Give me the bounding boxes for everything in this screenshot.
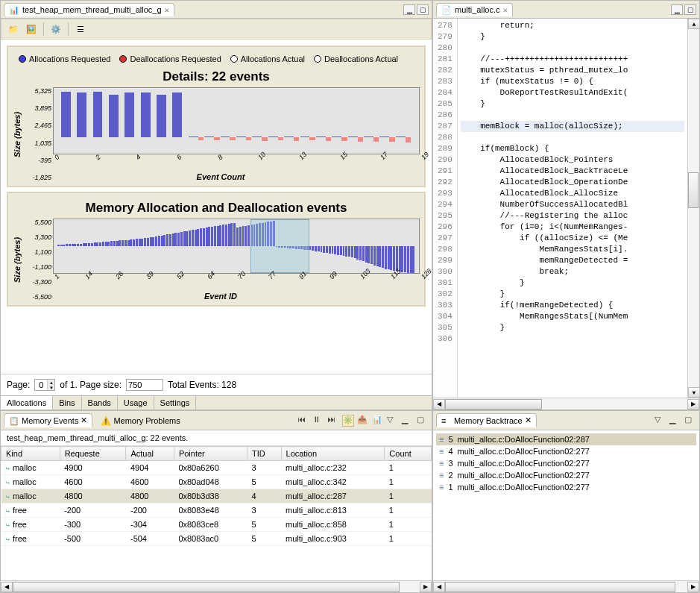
tool-icon[interactable]: ⏭ — [327, 415, 339, 427]
column-header[interactable]: Pointer — [174, 447, 247, 461]
backtrace-item[interactable]: ≡2multi_alloc.c:DoAllocFunction02:277 — [436, 469, 696, 481]
code-editor-panel: 📄 multi_alloc.c ✕ ▁ ▢ 278279280281282283… — [432, 0, 700, 410]
page-up-icon[interactable]: ▲ — [47, 380, 54, 385]
memory-backtrace-panel: ≡ Memory Backtrace ✕ ▽ ▁ ▢ ≡5multi_alloc… — [432, 410, 700, 593]
scroll-right-icon[interactable]: ▶ — [687, 399, 699, 410]
code-area[interactable]: 2782792802812822832842852862872882892902… — [433, 19, 699, 398]
backtrace-item[interactable]: ≡3multi_alloc.c:DoAllocFunction02:277 — [436, 457, 696, 469]
scroll-left-icon[interactable]: ◀ — [1, 582, 13, 592]
tool-icon-4[interactable]: ☰ — [75, 23, 86, 35]
horizontal-scrollbar[interactable]: ◀ ▶ — [1, 580, 432, 592]
details-y-label: Size (bytes) — [13, 87, 22, 181]
column-header[interactable]: Actual — [126, 447, 174, 461]
analysis-tab-bins[interactable]: Bins — [53, 396, 81, 410]
tool-icon-1[interactable]: 📁 — [7, 23, 19, 35]
code-tab-bar: 📄 multi_alloc.c ✕ ▁ ▢ — [433, 1, 699, 19]
vertical-scrollbar[interactable]: ▲ ▼ — [687, 19, 699, 398]
code-lines[interactable]: return; } //---+++++++++++++++++++++++++… — [458, 19, 687, 398]
page-down-icon[interactable]: ▼ — [47, 385, 54, 390]
tool-icon-3[interactable]: ⚙️ — [50, 23, 62, 35]
analysis-tab-settings[interactable]: Settings — [154, 396, 197, 410]
details-x-label: Event Count — [22, 172, 420, 181]
table-row[interactable]: ↪malloc480048000x80b3d384multi_alloc.c:2… — [1, 489, 432, 503]
memory-events-tab[interactable]: 📋 Memory Events ✕ — [4, 413, 92, 427]
scroll-thumb[interactable] — [445, 582, 675, 592]
table-row[interactable]: ↪malloc460046000x80ad0485multi_alloc.c:3… — [1, 475, 432, 489]
minimize-icon[interactable]: ▁ — [671, 4, 683, 15]
tool-icon[interactable]: 📤 — [357, 415, 369, 427]
page-size-input[interactable] — [126, 379, 163, 391]
analysis-mode-tabs: AllocationsBinsBandsUsageSettings — [1, 395, 432, 410]
chart-view-tab[interactable]: 📊 test_heap_mem_thread_multi_alloc_g ✕ — [4, 3, 174, 16]
analysis-tab-bands[interactable]: Bands — [82, 396, 118, 410]
close-icon[interactable]: ✕ — [503, 5, 508, 15]
backtrace-item[interactable]: ≡4multi_alloc.c:DoAllocFunction02:277 — [436, 445, 696, 457]
column-header[interactable]: Count — [385, 447, 432, 461]
maximize-icon[interactable]: ▢ — [417, 415, 429, 427]
left-tab-bar: 📊 test_heap_mem_thread_multi_alloc_g ✕ ▁… — [1, 1, 432, 19]
tool-icon[interactable]: 📊 — [372, 415, 384, 427]
backtrace-item[interactable]: ≡1multi_alloc.c:DoAllocFunction02:277 — [436, 481, 696, 493]
problems-icon: ⚠️ — [101, 416, 111, 425]
chart-legend: Allocations Requested Deallocations Requ… — [13, 51, 420, 66]
code-file-tab[interactable]: 📄 multi_alloc.c ✕ — [436, 3, 513, 16]
table-row[interactable]: ↪free-300-3040x8083ce85multi_alloc.c:858… — [1, 518, 432, 532]
minimize-icon[interactable]: ▁ — [402, 415, 414, 427]
maximize-icon[interactable]: ▢ — [684, 4, 696, 15]
tool-icon-2[interactable]: 🖼️ — [25, 23, 37, 35]
scroll-up-icon[interactable]: ▲ — [688, 19, 699, 29]
events-tab-bar: 📋 Memory Events ✕ ⚠️ Memory Problems ⏮ ⏸… — [1, 411, 432, 430]
minimize-icon[interactable]: ▁ — [403, 4, 415, 15]
menu-dropdown-icon[interactable]: ▽ — [387, 415, 399, 427]
scroll-left-icon[interactable]: ◀ — [433, 399, 445, 410]
tool-icon[interactable]: ⏮ — [297, 415, 309, 427]
scroll-right-icon[interactable]: ▶ — [420, 582, 432, 592]
maximize-icon[interactable]: ▢ — [417, 4, 429, 15]
events-tab-label: Memory Events — [22, 416, 78, 425]
analysis-tab-usage[interactable]: Usage — [118, 396, 154, 410]
details-chart: Allocations Requested Deallocations Requ… — [7, 46, 426, 187]
analysis-tab-allocations[interactable]: Allocations — [1, 396, 53, 410]
page-label: Page: — [7, 380, 30, 390]
column-header[interactable]: Requeste — [60, 447, 126, 461]
events-table[interactable]: KindRequesteActualPointerTIDLocationCoun… — [1, 446, 432, 580]
horizontal-scrollbar[interactable]: ◀ ▶ — [433, 580, 699, 592]
minimize-icon[interactable]: ▁ — [669, 415, 681, 427]
overview-plot-area[interactable] — [53, 219, 420, 274]
table-row[interactable]: ↪malloc490049040x80a62603multi_alloc.c:2… — [1, 461, 432, 475]
memory-problems-tab[interactable]: ⚠️ Memory Problems — [95, 414, 185, 427]
column-header[interactable]: Location — [281, 447, 385, 461]
close-icon[interactable]: ✕ — [165, 5, 170, 15]
table-row[interactable]: ↪free-200-2000x8083e483multi_alloc.c:813… — [1, 503, 432, 518]
backtrace-tab-label: Memory Backtrace — [454, 416, 523, 425]
page-input[interactable] — [35, 380, 47, 390]
overview-chart: Memory Allocation and Deallocation event… — [7, 192, 426, 307]
horizontal-scrollbar[interactable]: ◀ ▶ — [433, 398, 699, 410]
legend-dealloc-req: Deallocations Requested — [130, 54, 221, 63]
scroll-down-icon[interactable]: ▼ — [688, 387, 699, 398]
column-header[interactable]: Kind — [1, 447, 60, 461]
tool-icon[interactable]: ⏸ — [312, 415, 324, 427]
overview-x-label: Event ID — [22, 292, 420, 301]
tool-icon[interactable]: ✳️ — [342, 415, 354, 427]
maximize-icon[interactable]: ▢ — [684, 415, 696, 427]
close-icon[interactable]: ✕ — [525, 415, 532, 425]
legend-dealloc-act: Deallocations Actual — [324, 54, 398, 63]
column-header[interactable]: TID — [247, 447, 281, 461]
scroll-right-icon[interactable]: ▶ — [687, 582, 699, 592]
scroll-thumb[interactable] — [688, 172, 699, 208]
scroll-thumb[interactable] — [445, 399, 542, 410]
backtrace-item[interactable]: ≡5multi_alloc.c:DoAllocFunction02:287 — [436, 433, 696, 445]
backtrace-tab[interactable]: ≡ Memory Backtrace ✕ — [436, 413, 537, 427]
page-spinner[interactable]: ▲▼ — [34, 379, 55, 391]
details-plot-area[interactable] — [53, 87, 420, 154]
backtrace-list[interactable]: ≡5multi_alloc.c:DoAllocFunction02:287≡4m… — [433, 430, 699, 580]
overview-y-ticks: 5,5003,3001,100-1,100-3,300-5,500 — [22, 219, 51, 301]
code-tab-title: multi_alloc.c — [455, 5, 500, 14]
line-number-gutter: 2782792802812822832842852862872882892902… — [433, 19, 458, 398]
scroll-thumb[interactable] — [13, 582, 400, 592]
scroll-left-icon[interactable]: ◀ — [433, 582, 445, 592]
close-icon[interactable]: ✕ — [81, 415, 87, 425]
table-row[interactable]: ↪free-500-5040x8083ac05multi_alloc.c:903… — [1, 532, 432, 546]
menu-dropdown-icon[interactable]: ▽ — [655, 415, 666, 427]
